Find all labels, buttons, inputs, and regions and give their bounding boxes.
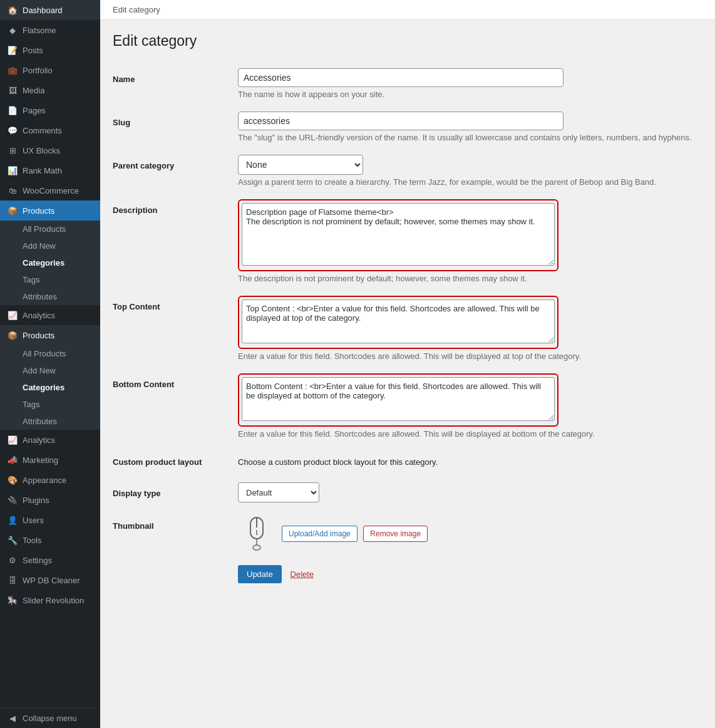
sidebar-item-settings[interactable]: ⚙ Settings <box>0 550 100 570</box>
sidebar-item-label: UX Blocks <box>23 146 60 155</box>
plugins-icon: 🔌 <box>8 495 18 505</box>
parent-select[interactable]: None <box>238 155 363 175</box>
portfolio-icon: 💼 <box>8 65 18 75</box>
submenu-all-products2[interactable]: All Products <box>0 345 100 362</box>
svg-point-3 <box>253 545 260 550</box>
settings-icon: ⚙ <box>8 555 18 565</box>
form-row-description: Description Description page of Flatsome… <box>113 193 702 289</box>
analytics1-icon: 📈 <box>8 310 18 320</box>
top-content-textarea[interactable]: Top Content : <br>Enter a value for this… <box>242 299 555 343</box>
sidebar-item-woocommerce[interactable]: 🛍 WooCommerce <box>0 180 100 200</box>
sidebar-item-analytics2[interactable]: 📈 Analytics <box>0 430 100 450</box>
users-icon: 👤 <box>8 515 18 525</box>
wp-db-cleaner-icon: 🗄 <box>8 575 18 585</box>
form-row-top-content: Top Content Top Content : <br>Enter a va… <box>113 289 702 367</box>
upload-image-button[interactable]: Upload/Add image <box>282 526 357 542</box>
sidebar-item-rank-math[interactable]: 📊 Rank Math <box>0 160 100 180</box>
form-row-actions: Update Delete <box>113 559 702 590</box>
custom-layout-help: Choose a custom product block layout for… <box>238 457 702 467</box>
sidebar-item-label: Rank Math <box>23 166 62 175</box>
thumbnail-container: Upload/Add image Remove image <box>238 515 702 553</box>
top-content-label: Top Content <box>113 289 238 367</box>
slug-input[interactable] <box>238 112 563 130</box>
sidebar-item-label: WooCommerce <box>23 186 79 195</box>
name-help: The name is how it appears on your site. <box>238 90 702 99</box>
submenu-categories[interactable]: Categories <box>0 254 100 271</box>
sidebar-item-plugins[interactable]: 🔌 Plugins <box>0 490 100 510</box>
slug-help: The "slug" is the URL-friendly version o… <box>238 133 702 142</box>
bottom-content-textarea[interactable]: Bottom Content : <br>Enter a value for t… <box>242 377 555 421</box>
slider-revolution-icon: 🎠 <box>8 595 18 605</box>
sidebar-item-label: Posts <box>23 46 43 55</box>
sidebar-collapse: ◀ Collapse menu <box>0 707 100 728</box>
submenu-attributes[interactable]: Attributes <box>0 288 100 305</box>
submenu-add-new2[interactable]: Add New <box>0 362 100 379</box>
sidebar-item-products2[interactable]: 📦 Products <box>0 325 100 345</box>
description-field-cell: Description page of Flatsome theme<br> T… <box>238 193 702 289</box>
sidebar-item-appearance[interactable]: 🎨 Appearance <box>0 470 100 490</box>
collapse-label: Collapse menu <box>23 714 77 723</box>
sidebar-item-label: Comments <box>23 126 62 135</box>
sidebar-item-slider-revolution[interactable]: 🎠 Slider Revolution <box>0 590 100 610</box>
submenu-attributes2[interactable]: Attributes <box>0 413 100 430</box>
bottom-content-highlighted-box: Bottom Content : <br>Enter a value for t… <box>238 373 558 427</box>
sidebar-item-label: Settings <box>23 556 52 565</box>
actions-field-cell: Update Delete <box>238 559 702 590</box>
delete-button[interactable]: Delete <box>291 569 314 579</box>
analytics2-icon: 📈 <box>8 435 18 445</box>
submenu-categories2[interactable]: Categories <box>0 379 100 396</box>
top-content-highlighted-box: Top Content : <br>Enter a value for this… <box>238 296 558 349</box>
name-field-cell: The name is how it appears on your site. <box>238 62 702 105</box>
submenu-tags[interactable]: Tags <box>0 271 100 288</box>
name-input[interactable] <box>238 68 563 87</box>
parent-help: Assign a parent term to create a hierarc… <box>238 177 702 187</box>
flatsome-icon: ◆ <box>8 25 18 35</box>
products2-icon: 📦 <box>8 330 18 340</box>
thumbnail-label: Thumbnail <box>113 509 238 559</box>
sidebar-item-label: Pages <box>23 106 46 115</box>
posts-icon: 📝 <box>8 45 18 55</box>
sidebar-item-analytics1[interactable]: 📈 Analytics <box>0 305 100 325</box>
sidebar-item-label: Slider Revolution <box>23 596 84 605</box>
sidebar-item-pages[interactable]: 📄 Pages <box>0 100 100 120</box>
collapse-menu-button[interactable]: ◀ Collapse menu <box>0 708 100 728</box>
form-row-custom-layout: Custom product layout Choose a custom pr… <box>113 445 702 476</box>
breadcrumb-bar: Edit category <box>100 0 715 20</box>
submenu-tags2[interactable]: Tags <box>0 396 100 413</box>
sidebar-item-ux-blocks[interactable]: ⊞ UX Blocks <box>0 140 100 160</box>
bottom-content-field-cell: Bottom Content : <br>Enter a value for t… <box>238 367 702 445</box>
sidebar-item-wp-db-cleaner[interactable]: 🗄 WP DB Cleaner <box>0 570 100 590</box>
sidebar-item-label: Products <box>23 331 54 340</box>
sidebar: 🏠 Dashboard ◆ Flatsome 📝 Posts 💼 Portfol… <box>0 0 100 728</box>
pages-icon: 📄 <box>8 105 18 115</box>
display-type-label: Display type <box>113 476 238 509</box>
sidebar-item-portfolio[interactable]: 💼 Portfolio <box>0 60 100 80</box>
sidebar-item-posts[interactable]: 📝 Posts <box>0 40 100 60</box>
marketing-icon: 📣 <box>8 455 18 465</box>
thumbnail-field-cell: Upload/Add image Remove image <box>238 509 702 559</box>
sidebar-item-products[interactable]: 📦 Products <box>0 200 100 221</box>
thumbnail-buttons: Upload/Add image Remove image <box>282 526 431 542</box>
remove-image-button[interactable]: Remove image <box>363 526 428 542</box>
sidebar-item-marketing[interactable]: 📣 Marketing <box>0 450 100 470</box>
sidebar-item-media[interactable]: 🖼 Media <box>0 80 100 100</box>
page-title: Edit category <box>113 33 702 49</box>
submenu-add-new[interactable]: Add New <box>0 237 100 254</box>
sidebar-item-products-wrapper: 📦 Products All Products Add New Categori… <box>0 200 100 305</box>
top-content-help: Enter a value for this field. Shortcodes… <box>238 351 702 361</box>
sidebar-item-comments[interactable]: 💬 Comments <box>0 120 100 140</box>
display-type-field-cell: Default Products Subcategories Both <box>238 476 702 509</box>
sidebar-item-flatsome[interactable]: ◆ Flatsome <box>0 20 100 40</box>
update-button[interactable]: Update <box>238 565 282 583</box>
custom-layout-label: Custom product layout <box>113 445 238 476</box>
form-row-parent: Parent category None Assign a parent ter… <box>113 148 702 193</box>
submenu-all-products[interactable]: All Products <box>0 221 100 237</box>
comments-icon: 💬 <box>8 125 18 135</box>
slug-label: Slug <box>113 105 238 148</box>
description-highlighted-box: Description page of Flatsome theme<br> T… <box>238 199 558 271</box>
display-type-select[interactable]: Default Products Subcategories Both <box>238 482 319 502</box>
sidebar-item-users[interactable]: 👤 Users <box>0 510 100 530</box>
sidebar-item-tools[interactable]: 🔧 Tools <box>0 530 100 550</box>
description-textarea[interactable]: Description page of Flatsome theme<br> T… <box>242 203 555 266</box>
sidebar-item-dashboard[interactable]: 🏠 Dashboard <box>0 0 100 20</box>
